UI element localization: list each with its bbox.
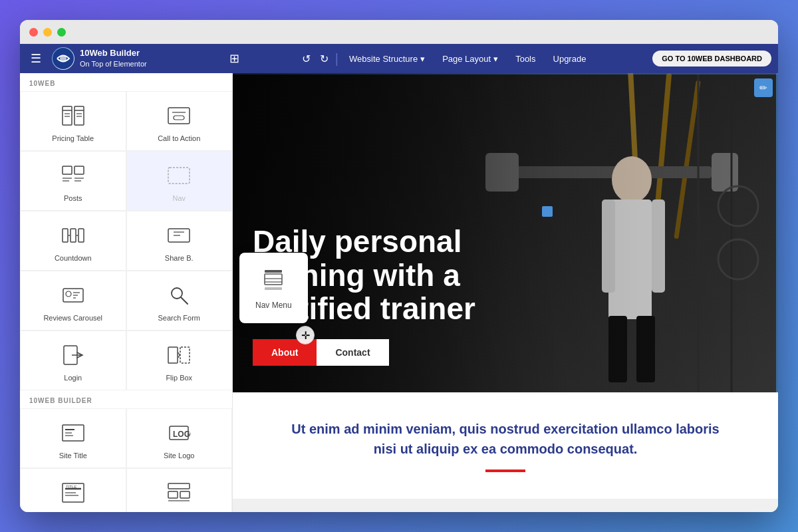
svg-rect-37 [168,347,178,363]
logo-icon [52,47,74,70]
logo-sub: On Top of Elementor [80,60,147,68]
content-paragraph: Ut enim ad minim veniam, quis nostrud ex… [279,419,732,459]
nav-menu-widget-label: Nav Menu [255,301,292,310]
post-page-title-label: Post/Page Title [49,511,98,512]
svg-rect-50 [168,483,190,489]
svg-rect-62 [608,200,652,319]
flip-box-label: Flip Box [166,374,192,382]
svg-rect-51 [168,491,178,498]
flip-box-icon [166,342,192,368]
svg-rect-65 [608,316,627,382]
widget-login[interactable]: Login [20,331,126,390]
menu-button[interactable]: ☰ [27,49,45,68]
section-label-builder: 10WEB BUILDER [20,390,232,408]
svg-rect-56 [627,73,642,233]
dashboard-button[interactable]: GO TO 10WEB DASHBOARD [652,51,771,66]
svg-rect-14 [74,166,84,174]
hero-section: ✏ ✛ Daily personaltraining with acertifi… [233,73,778,392]
widget-site-title[interactable]: Site Title [20,408,126,468]
svg-rect-73 [265,274,282,285]
nav-website-structure[interactable]: Website Structure ▾ [342,51,432,66]
login-label: Login [64,374,82,382]
redo-button[interactable]: ↻ [317,50,331,68]
widget-countdown[interactable]: Countdown [20,211,126,271]
svg-text:LOGO: LOGO [173,430,191,439]
svg-rect-59 [485,153,519,192]
site-title-icon [60,420,86,446]
countdown-icon [60,222,86,249]
canvas-mid-indicator [542,206,553,217]
svg-rect-72 [265,270,282,273]
upgrade-label: Upgrade [553,54,587,64]
widget-grid-10web: Pricing Table Call to Action [20,91,232,390]
toolbar: ☰ 10Web Builder On Top of Elementor ⊞ ↺ [20,44,778,73]
main-area: 10WEB [20,73,778,512]
tools-label: Tools [515,54,535,64]
logo-area: 10Web Builder On Top of Elementor [52,47,147,70]
pricing-table-icon [60,102,86,129]
svg-point-61 [612,156,652,203]
reviews-carousel-label: Reviews Carousel [43,314,102,322]
widget-flip-box[interactable]: Flip Box [126,331,233,390]
widget-posts[interactable]: Posts [20,151,126,211]
toolbar-center: ↺ ↻ | Website Structure ▾ Page Layout ▾ … [239,50,652,68]
widget-posts-archive[interactable]: Posts Archive [126,468,233,512]
nav-upgrade[interactable]: Upgrade [547,51,593,66]
svg-rect-57 [674,80,700,239]
site-logo-icon: LOGO [166,420,192,446]
page-layout-label: Page Layout [442,54,491,64]
nav-page-layout[interactable]: Page Layout ▾ [436,51,505,66]
minimize-button[interactable] [43,28,52,37]
svg-rect-22 [78,229,84,242]
countdown-label: Countdown [55,254,92,262]
nav-menu-widget[interactable]: Nav Menu [239,253,308,323]
contact-button[interactable]: Contact [317,339,388,366]
nav-icon [166,162,192,189]
share-icon [166,222,192,249]
canvas: ✏ ✛ Daily personaltraining with acertifi… [233,73,778,512]
sidebar: 10WEB [20,73,233,512]
widget-reviews-carousel[interactable]: Reviews Carousel [20,271,126,331]
widget-nav[interactable]: Nav [126,151,233,211]
widget-post-page-title[interactable]: TITLE Post/Page Title [20,468,126,512]
svg-rect-3 [74,106,84,125]
canvas-edit-button[interactable]: ✏ [754,78,773,97]
content-divider [485,469,525,472]
widget-call-to-action[interactable]: Call to Action [126,91,233,151]
cta-icon [166,102,192,129]
svg-rect-13 [63,166,72,174]
widget-pricing-table[interactable]: Pricing Table [20,91,126,151]
svg-point-29 [66,291,71,297]
undo-button[interactable]: ↺ [299,50,313,68]
site-logo-label: Site Logo [164,452,194,460]
svg-point-70 [718,239,758,279]
canvas-move-handle[interactable]: ✛ [296,326,315,344]
nav-menu-widget-icon [259,266,287,294]
cta-label: Call to Action [158,134,200,142]
pricing-table-label: Pricing Table [52,134,94,142]
nav-label: Nav [172,194,186,202]
site-title-label: Site Title [59,452,87,460]
share-label: Share B. [165,254,194,262]
app-window: ☰ 10Web Builder On Top of Elementor ⊞ ↺ [20,20,778,512]
svg-rect-60 [712,153,738,192]
svg-rect-58 [512,166,712,178]
svg-rect-52 [180,491,190,498]
chevron-down-icon: ▾ [420,54,425,64]
widget-share[interactable]: Share B. [126,211,233,271]
login-icon [60,342,86,368]
search-form-icon [166,282,192,309]
svg-rect-38 [180,347,190,363]
grid-button[interactable]: ⊞ [229,51,239,66]
close-button[interactable] [29,28,38,37]
svg-text:TITLE: TITLE [66,485,76,489]
separator: | [335,51,338,66]
nav-tools[interactable]: Tools [509,51,542,66]
widget-search-form[interactable]: Search Form [126,271,233,331]
chevron-down-icon-2: ▾ [493,54,498,64]
svg-point-1 [60,55,66,62]
maximize-button[interactable] [57,28,66,37]
svg-rect-76 [265,287,282,290]
widget-site-logo[interactable]: LOGO Site Logo [126,408,233,468]
toolbar-left: ☰ 10Web Builder On Top of Elementor ⊞ [27,47,239,70]
